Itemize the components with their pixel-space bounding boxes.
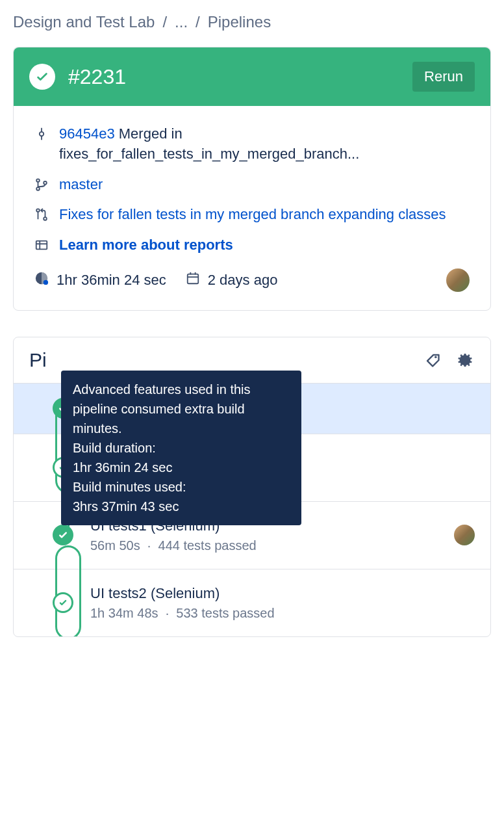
- svg-point-0: [40, 132, 44, 136]
- calendar-icon: [186, 271, 200, 289]
- meta-row: 1hr 36min 24 sec 2 days ago: [34, 268, 470, 292]
- breadcrumb-current[interactable]: Pipelines: [208, 13, 271, 31]
- breadcrumb-separator: /: [162, 13, 167, 31]
- pipeline-summary-card: #2231 Rerun 96454e3 Merged in fixes_for_…: [13, 47, 491, 311]
- svg-point-6: [36, 209, 40, 213]
- svg-point-3: [36, 179, 40, 182]
- svg-point-4: [36, 187, 40, 190]
- tooltip-line: Build duration:: [73, 438, 290, 458]
- avatar[interactable]: [446, 268, 470, 292]
- commit-row: 96454e3 Merged in fixes_for_fallen_tests…: [34, 124, 470, 164]
- tooltip-line: Build minutes used:: [73, 477, 290, 497]
- pull-request-icon: [34, 207, 49, 222]
- date-text: 2 days ago: [208, 272, 278, 289]
- breadcrumb: Design and Test Lab / ... / Pipelines: [13, 13, 491, 31]
- reports-row: Learn more about reports: [34, 235, 470, 255]
- step-status-success-icon: [53, 525, 73, 545]
- commit-icon: [34, 127, 49, 141]
- pr-link[interactable]: Fixes for fallen tests in my merged bran…: [59, 205, 446, 225]
- reports-link[interactable]: Learn more about reports: [59, 235, 233, 255]
- branch-icon: [34, 177, 49, 192]
- tooltip-line: 3hrs 37min 43 sec: [73, 497, 290, 516]
- duration-meta: 1hr 36min 24 sec: [34, 271, 166, 289]
- pr-row: Fixes for fallen tests in my merged bran…: [34, 205, 470, 225]
- step-meta: 56m 50s · 444 tests passed: [90, 538, 454, 553]
- duration-text: 1hr 36min 24 sec: [57, 272, 166, 289]
- svg-rect-8: [36, 241, 47, 250]
- svg-rect-12: [188, 274, 199, 284]
- gear-icon[interactable]: [454, 350, 475, 371]
- pipeline-section-title: Pi: [29, 349, 47, 371]
- date-meta: 2 days ago: [186, 271, 278, 289]
- pipeline-header-bar: #2231 Rerun: [14, 47, 490, 106]
- step-title: UI tests2 (Selenium): [90, 585, 475, 602]
- pipeline-info-section: 96454e3 Merged in fixes_for_fallen_tests…: [14, 106, 490, 310]
- breadcrumb-separator: /: [195, 13, 200, 31]
- svg-point-5: [44, 181, 47, 185]
- tooltip-line: Advanced features used in this pipeline …: [73, 380, 290, 438]
- clock-icon: [34, 271, 49, 289]
- step-row[interactable]: UI tests2 (Selenium) 1h 34m 48s · 533 te…: [14, 569, 490, 636]
- branch-link[interactable]: master: [59, 175, 103, 195]
- svg-point-11: [44, 280, 48, 285]
- tooltip-line: 1hr 36min 24 sec: [73, 458, 290, 477]
- reports-icon: [34, 238, 49, 252]
- pipeline-number: #2231: [68, 65, 126, 89]
- commit-hash-link[interactable]: 96454e3: [59, 125, 115, 142]
- breadcrumb-root[interactable]: Design and Test Lab: [13, 13, 155, 31]
- rerun-button[interactable]: Rerun: [412, 62, 475, 92]
- status-success-icon: [29, 64, 55, 90]
- branch-row: master: [34, 175, 470, 195]
- breadcrumb-ellipsis[interactable]: ...: [175, 13, 188, 31]
- step-meta: 1h 34m 48s · 533 tests passed: [90, 606, 475, 621]
- tag-icon[interactable]: [422, 350, 442, 371]
- build-minutes-tooltip: Advanced features used in this pipeline …: [61, 371, 301, 525]
- avatar[interactable]: [454, 525, 475, 545]
- svg-point-16: [435, 356, 437, 359]
- svg-point-7: [44, 218, 47, 221]
- step-connector: [55, 545, 81, 637]
